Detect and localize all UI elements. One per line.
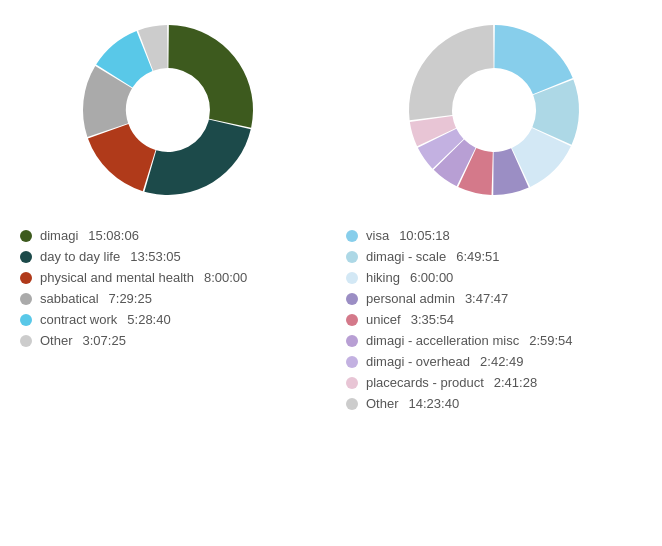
legend-dot [346, 272, 358, 284]
legend-dot [346, 356, 358, 368]
legend-value: 14:23:40 [409, 396, 460, 411]
legend-label: unicef [366, 312, 401, 327]
legend-label: contract work [40, 312, 117, 327]
legend-item: day to day life 13:53:05 [20, 249, 326, 264]
legend-value: 8:00:00 [204, 270, 247, 285]
chart1-legend: dimagi 15:08:06 day to day life 13:53:05… [10, 228, 326, 354]
chart1-section: dimagi 15:08:06 day to day life 13:53:05… [10, 10, 326, 354]
legend-dot [20, 230, 32, 242]
legend-label: Other [40, 333, 73, 348]
legend-item: dimagi 15:08:06 [20, 228, 326, 243]
legend-value: 3:47:47 [465, 291, 508, 306]
legend-value: 6:49:51 [456, 249, 499, 264]
chart2-legend: visa 10:05:18 dimagi - scale 6:49:51 hik… [336, 228, 652, 417]
legend-value: 2:42:49 [480, 354, 523, 369]
legend-label: dimagi - scale [366, 249, 446, 264]
legend-label: personal admin [366, 291, 455, 306]
legend-item: dimagi - overhead 2:42:49 [346, 354, 652, 369]
legend-label: physical and mental health [40, 270, 194, 285]
legend-dot [346, 377, 358, 389]
legend-dot [20, 314, 32, 326]
legend-item: sabbatical 7:29:25 [20, 291, 326, 306]
legend-item: hiking 6:00:00 [346, 270, 652, 285]
legend-value: 15:08:06 [88, 228, 139, 243]
legend-value: 5:28:40 [127, 312, 170, 327]
legend-dot [346, 335, 358, 347]
legend-item: contract work 5:28:40 [20, 312, 326, 327]
main-container: dimagi 15:08:06 day to day life 13:53:05… [10, 10, 652, 417]
legend-value: 2:59:54 [529, 333, 572, 348]
legend-dot [20, 251, 32, 263]
chart2-donut [394, 10, 594, 210]
legend-value: 13:53:05 [130, 249, 181, 264]
legend-dot [346, 314, 358, 326]
legend-item: Other 3:07:25 [20, 333, 326, 348]
legend-item: placecards - product 2:41:28 [346, 375, 652, 390]
legend-item: unicef 3:35:54 [346, 312, 652, 327]
legend-item: personal admin 3:47:47 [346, 291, 652, 306]
legend-item: dimagi - accelleration misc 2:59:54 [346, 333, 652, 348]
legend-label: sabbatical [40, 291, 99, 306]
legend-value: 7:29:25 [109, 291, 152, 306]
chart1-donut [68, 10, 268, 210]
legend-dot [20, 272, 32, 284]
legend-label: hiking [366, 270, 400, 285]
legend-item: dimagi - scale 6:49:51 [346, 249, 652, 264]
legend-label: day to day life [40, 249, 120, 264]
legend-dot [346, 398, 358, 410]
legend-value: 6:00:00 [410, 270, 453, 285]
legend-dot [346, 230, 358, 242]
legend-dot [20, 293, 32, 305]
legend-label: Other [366, 396, 399, 411]
legend-label: dimagi - accelleration misc [366, 333, 519, 348]
legend-item: visa 10:05:18 [346, 228, 652, 243]
legend-value: 10:05:18 [399, 228, 450, 243]
legend-value: 2:41:28 [494, 375, 537, 390]
legend-label: dimagi [40, 228, 78, 243]
chart2-canvas [394, 10, 594, 210]
legend-value: 3:07:25 [83, 333, 126, 348]
legend-item: Other 14:23:40 [346, 396, 652, 411]
legend-label: visa [366, 228, 389, 243]
legend-dot [346, 293, 358, 305]
legend-value: 3:35:54 [411, 312, 454, 327]
legend-dot [20, 335, 32, 347]
legend-dot [346, 251, 358, 263]
chart2-section: visa 10:05:18 dimagi - scale 6:49:51 hik… [336, 10, 652, 417]
legend-label: placecards - product [366, 375, 484, 390]
legend-item: physical and mental health 8:00:00 [20, 270, 326, 285]
legend-label: dimagi - overhead [366, 354, 470, 369]
